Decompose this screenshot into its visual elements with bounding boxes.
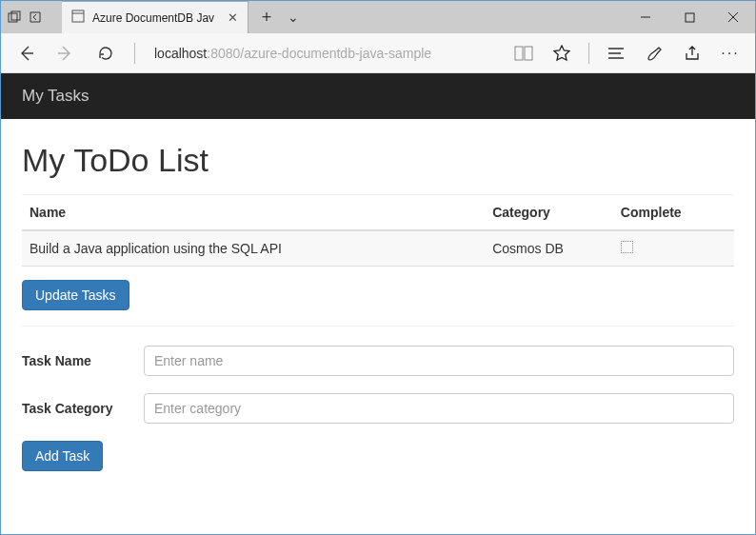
tab-preview-toggle-icon[interactable]: ⌄ [281, 1, 306, 33]
url-path: :8080/azure-documentdb-java-sample [207, 46, 431, 61]
hub-icon[interactable] [599, 36, 633, 70]
task-name-input[interactable] [144, 346, 734, 376]
browser-address-bar: localhost:8080/azure-documentdb-java-sam… [1, 33, 755, 73]
complete-checkbox[interactable] [621, 241, 633, 253]
col-header-name: Name [22, 195, 485, 230]
new-tab-button[interactable]: + [254, 1, 279, 33]
tab-strip-actions: + ⌄ [249, 1, 306, 33]
reading-view-icon[interactable] [507, 36, 541, 70]
svg-rect-0 [9, 13, 17, 22]
url-host: localhost [154, 46, 207, 61]
back-button[interactable] [9, 36, 43, 70]
task-name-label: Task Name [22, 353, 144, 368]
svg-rect-5 [686, 13, 694, 22]
close-window-button[interactable] [711, 1, 755, 33]
cell-category: Cosmos DB [485, 230, 613, 267]
col-header-category: Category [485, 195, 613, 230]
browser-titlebar: Azure DocumentDB Jav ✕ + ⌄ [1, 1, 755, 33]
svg-rect-2 [72, 10, 84, 22]
app-navbar: My Tasks [1, 73, 755, 119]
update-tasks-button[interactable]: Update Tasks [22, 280, 129, 310]
task-category-label: Task Category [22, 401, 144, 417]
svg-rect-11 [525, 47, 532, 60]
maximize-button[interactable] [667, 1, 711, 33]
divider [22, 326, 734, 327]
table-row: Build a Java application using the SQL A… [22, 230, 734, 267]
svg-rect-10 [515, 47, 523, 60]
tab-title: Azure DocumentDB Jav [92, 11, 214, 25]
separator [588, 43, 589, 64]
page-content: My ToDo List Name Category Complete Buil… [1, 119, 755, 490]
separator [134, 43, 135, 64]
more-menu-icon[interactable]: ··· [713, 36, 747, 70]
tasks-table: Name Category Complete Build a Java appl… [22, 195, 734, 267]
tabs-overview-icon[interactable] [7, 10, 22, 25]
set-aside-tabs-icon[interactable] [28, 10, 43, 25]
form-row-category: Task Category [22, 393, 734, 424]
table-header-row: Name Category Complete [22, 195, 734, 230]
refresh-button[interactable] [89, 36, 123, 70]
forward-button[interactable] [49, 36, 83, 70]
col-header-complete: Complete [613, 195, 734, 230]
notes-icon[interactable] [637, 36, 671, 70]
navbar-brand[interactable]: My Tasks [22, 87, 90, 106]
form-row-name: Task Name [22, 346, 734, 376]
task-category-input[interactable] [144, 393, 734, 424]
tab-favicon [71, 10, 85, 26]
tab-close-icon[interactable]: ✕ [228, 10, 238, 25]
cell-complete [613, 230, 734, 267]
page-heading: My ToDo List [22, 142, 734, 179]
browser-tab[interactable]: Azure DocumentDB Jav ✕ [62, 1, 249, 33]
add-task-button[interactable]: Add Task [22, 441, 103, 471]
url-field[interactable]: localhost:8080/azure-documentdb-java-sam… [147, 42, 501, 65]
svg-rect-1 [11, 11, 20, 20]
favorite-star-icon[interactable] [545, 36, 579, 70]
cell-name: Build a Java application using the SQL A… [22, 230, 485, 267]
window-corner-icons [1, 1, 62, 33]
minimize-button[interactable] [624, 1, 667, 33]
window-controls [624, 1, 755, 33]
share-icon[interactable] [675, 36, 709, 70]
